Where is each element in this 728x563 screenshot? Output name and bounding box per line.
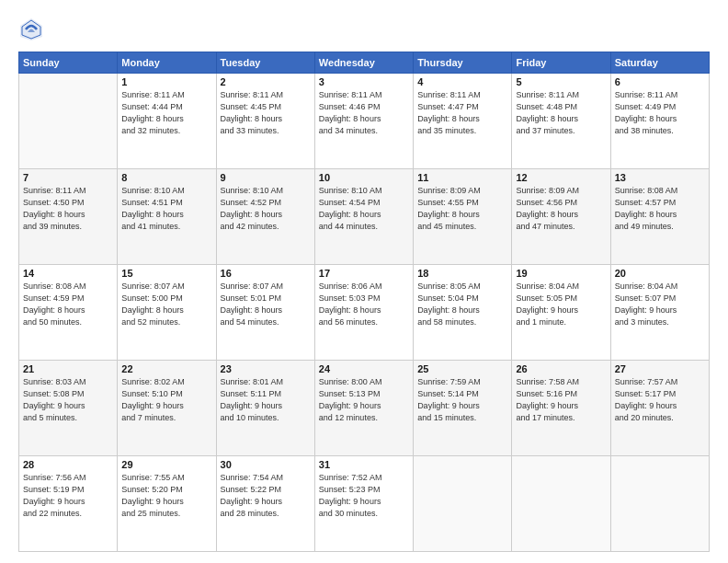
day-number: 18 <box>417 268 507 279</box>
calendar-cell <box>414 456 512 552</box>
day-number: 15 <box>121 268 211 279</box>
weekday-header-friday: Friday <box>512 52 610 74</box>
calendar-cell: 10Sunrise: 8:10 AM Sunset: 4:54 PM Dayli… <box>314 169 413 265</box>
day-number: 4 <box>417 76 507 87</box>
day-number: 31 <box>319 459 409 470</box>
weekday-header-tuesday: Tuesday <box>216 52 314 74</box>
calendar-cell: 25Sunrise: 7:59 AM Sunset: 5:14 PM Dayli… <box>414 361 512 456</box>
day-number: 17 <box>319 268 409 279</box>
calendar-week-row: 28Sunrise: 7:56 AM Sunset: 5:19 PM Dayli… <box>19 456 710 552</box>
day-number: 22 <box>121 363 211 374</box>
calendar-week-row: 14Sunrise: 8:08 AM Sunset: 4:59 PM Dayli… <box>19 265 710 361</box>
day-info: Sunrise: 8:10 AM Sunset: 4:52 PM Dayligh… <box>221 185 311 233</box>
weekday-header-sunday: Sunday <box>19 52 118 74</box>
day-number: 14 <box>23 268 113 279</box>
logo-icon <box>18 17 44 42</box>
day-info: Sunrise: 7:55 AM Sunset: 5:20 PM Dayligh… <box>121 472 211 520</box>
calendar-cell: 28Sunrise: 7:56 AM Sunset: 5:19 PM Dayli… <box>19 456 118 552</box>
calendar-cell: 6Sunrise: 8:11 AM Sunset: 4:49 PM Daylig… <box>610 74 709 169</box>
day-number: 9 <box>221 172 311 183</box>
logo <box>18 17 48 42</box>
day-info: Sunrise: 8:11 AM Sunset: 4:47 PM Dayligh… <box>417 89 507 137</box>
day-info: Sunrise: 8:11 AM Sunset: 4:49 PM Dayligh… <box>615 89 705 137</box>
day-info: Sunrise: 8:11 AM Sunset: 4:44 PM Dayligh… <box>121 89 211 137</box>
day-number: 26 <box>516 363 606 374</box>
day-info: Sunrise: 8:10 AM Sunset: 4:51 PM Dayligh… <box>121 185 211 233</box>
page: SundayMondayTuesdayWednesdayThursdayFrid… <box>0 0 728 563</box>
day-number: 1 <box>121 76 211 87</box>
day-number: 3 <box>319 76 409 87</box>
day-info: Sunrise: 8:05 AM Sunset: 5:04 PM Dayligh… <box>417 281 507 328</box>
day-number: 25 <box>417 363 507 374</box>
day-number: 12 <box>516 172 606 183</box>
day-number: 29 <box>121 459 211 470</box>
weekday-header-row: SundayMondayTuesdayWednesdayThursdayFrid… <box>19 52 710 74</box>
day-info: Sunrise: 7:57 AM Sunset: 5:17 PM Dayligh… <box>615 376 705 424</box>
day-number: 2 <box>221 76 311 87</box>
day-info: Sunrise: 7:56 AM Sunset: 5:19 PM Dayligh… <box>23 472 113 520</box>
calendar-week-row: 1Sunrise: 8:11 AM Sunset: 4:44 PM Daylig… <box>19 74 710 169</box>
day-info: Sunrise: 7:54 AM Sunset: 5:22 PM Dayligh… <box>221 472 311 520</box>
calendar-cell: 1Sunrise: 8:11 AM Sunset: 4:44 PM Daylig… <box>118 74 216 169</box>
day-info: Sunrise: 8:11 AM Sunset: 4:46 PM Dayligh… <box>319 89 409 137</box>
day-info: Sunrise: 8:11 AM Sunset: 4:45 PM Dayligh… <box>221 89 311 137</box>
calendar-cell: 7Sunrise: 8:11 AM Sunset: 4:50 PM Daylig… <box>19 169 118 265</box>
calendar-cell: 8Sunrise: 8:10 AM Sunset: 4:51 PM Daylig… <box>118 169 216 265</box>
calendar-cell: 16Sunrise: 8:07 AM Sunset: 5:01 PM Dayli… <box>216 265 314 361</box>
day-info: Sunrise: 7:58 AM Sunset: 5:16 PM Dayligh… <box>516 376 606 424</box>
day-info: Sunrise: 8:07 AM Sunset: 5:01 PM Dayligh… <box>221 281 311 328</box>
day-number: 28 <box>23 459 113 470</box>
day-info: Sunrise: 7:59 AM Sunset: 5:14 PM Dayligh… <box>417 376 507 424</box>
day-info: Sunrise: 8:09 AM Sunset: 4:56 PM Dayligh… <box>516 185 606 233</box>
day-number: 30 <box>221 459 311 470</box>
calendar-cell: 23Sunrise: 8:01 AM Sunset: 5:11 PM Dayli… <box>216 361 314 456</box>
calendar-cell: 18Sunrise: 8:05 AM Sunset: 5:04 PM Dayli… <box>414 265 512 361</box>
day-info: Sunrise: 8:00 AM Sunset: 5:13 PM Dayligh… <box>319 376 409 424</box>
calendar-cell: 13Sunrise: 8:08 AM Sunset: 4:57 PM Dayli… <box>610 169 709 265</box>
day-number: 27 <box>615 363 705 374</box>
calendar-cell: 27Sunrise: 7:57 AM Sunset: 5:17 PM Dayli… <box>610 361 709 456</box>
calendar-table: SundayMondayTuesdayWednesdayThursdayFrid… <box>18 52 710 552</box>
calendar-cell: 24Sunrise: 8:00 AM Sunset: 5:13 PM Dayli… <box>314 361 413 456</box>
day-number: 21 <box>23 363 113 374</box>
day-number: 16 <box>221 268 311 279</box>
calendar-cell: 5Sunrise: 8:11 AM Sunset: 4:48 PM Daylig… <box>512 74 610 169</box>
calendar-cell: 29Sunrise: 7:55 AM Sunset: 5:20 PM Dayli… <box>118 456 216 552</box>
calendar-cell: 19Sunrise: 8:04 AM Sunset: 5:05 PM Dayli… <box>512 265 610 361</box>
day-number: 13 <box>615 172 705 183</box>
calendar-cell: 11Sunrise: 8:09 AM Sunset: 4:55 PM Dayli… <box>414 169 512 265</box>
day-number: 8 <box>121 172 211 183</box>
header <box>18 17 710 42</box>
calendar-cell: 14Sunrise: 8:08 AM Sunset: 4:59 PM Dayli… <box>19 265 118 361</box>
calendar-cell: 31Sunrise: 7:52 AM Sunset: 5:23 PM Dayli… <box>314 456 413 552</box>
calendar-week-row: 7Sunrise: 8:11 AM Sunset: 4:50 PM Daylig… <box>19 169 710 265</box>
day-info: Sunrise: 8:04 AM Sunset: 5:05 PM Dayligh… <box>516 281 606 328</box>
day-number: 7 <box>23 172 113 183</box>
day-info: Sunrise: 8:09 AM Sunset: 4:55 PM Dayligh… <box>417 185 507 233</box>
day-number: 6 <box>615 76 705 87</box>
calendar-cell: 26Sunrise: 7:58 AM Sunset: 5:16 PM Dayli… <box>512 361 610 456</box>
calendar-cell: 12Sunrise: 8:09 AM Sunset: 4:56 PM Dayli… <box>512 169 610 265</box>
calendar-cell: 17Sunrise: 8:06 AM Sunset: 5:03 PM Dayli… <box>314 265 413 361</box>
day-info: Sunrise: 8:07 AM Sunset: 5:00 PM Dayligh… <box>121 281 211 328</box>
weekday-header-saturday: Saturday <box>610 52 709 74</box>
day-info: Sunrise: 8:11 AM Sunset: 4:50 PM Dayligh… <box>23 185 113 233</box>
calendar-cell: 2Sunrise: 8:11 AM Sunset: 4:45 PM Daylig… <box>216 74 314 169</box>
calendar-cell: 15Sunrise: 8:07 AM Sunset: 5:00 PM Dayli… <box>118 265 216 361</box>
day-info: Sunrise: 8:01 AM Sunset: 5:11 PM Dayligh… <box>221 376 311 424</box>
day-info: Sunrise: 8:03 AM Sunset: 5:08 PM Dayligh… <box>23 376 113 424</box>
day-info: Sunrise: 8:04 AM Sunset: 5:07 PM Dayligh… <box>615 281 705 328</box>
day-number: 5 <box>516 76 606 87</box>
calendar-cell <box>19 74 118 169</box>
day-info: Sunrise: 7:52 AM Sunset: 5:23 PM Dayligh… <box>319 472 409 520</box>
calendar-cell <box>512 456 610 552</box>
calendar-cell: 20Sunrise: 8:04 AM Sunset: 5:07 PM Dayli… <box>610 265 709 361</box>
calendar-cell: 4Sunrise: 8:11 AM Sunset: 4:47 PM Daylig… <box>414 74 512 169</box>
calendar-cell <box>610 456 709 552</box>
day-info: Sunrise: 8:06 AM Sunset: 5:03 PM Dayligh… <box>319 281 409 328</box>
calendar-week-row: 21Sunrise: 8:03 AM Sunset: 5:08 PM Dayli… <box>19 361 710 456</box>
weekday-header-wednesday: Wednesday <box>314 52 413 74</box>
calendar-cell: 22Sunrise: 8:02 AM Sunset: 5:10 PM Dayli… <box>118 361 216 456</box>
day-number: 19 <box>516 268 606 279</box>
weekday-header-thursday: Thursday <box>414 52 512 74</box>
